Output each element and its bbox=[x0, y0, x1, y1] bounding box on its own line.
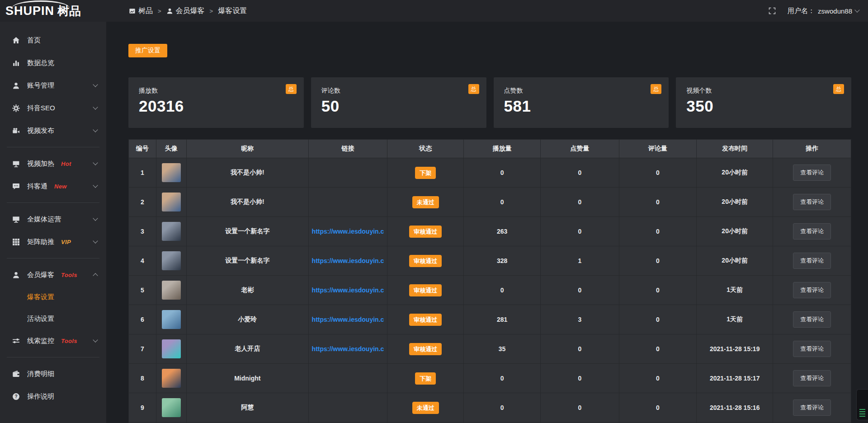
cell-likes: 0 bbox=[540, 158, 619, 188]
sidebar-item-account-management[interactable]: 账号管理 bbox=[0, 74, 106, 97]
sidebar-item-clue-monitor[interactable]: 线索监控Tools bbox=[0, 329, 106, 352]
status-badge: 审核通过 bbox=[409, 226, 442, 238]
cell-likes: 0 bbox=[540, 393, 619, 423]
promo-settings-button[interactable]: 推广设置 bbox=[128, 44, 167, 57]
cell-action: 查看评论 bbox=[773, 276, 851, 305]
cell-plays: 0 bbox=[464, 276, 540, 305]
view-comments-button[interactable]: 查看评论 bbox=[793, 282, 831, 298]
cell-id: 2 bbox=[129, 188, 156, 217]
cell-nickname: 老人开店 bbox=[186, 334, 308, 364]
cell-id: 1 bbox=[129, 158, 156, 188]
logo[interactable]: SHUPIN 树品 bbox=[0, 0, 106, 22]
cell-time: 1天前 bbox=[696, 276, 773, 305]
cell-id: 3 bbox=[129, 217, 156, 246]
topbar-right: 用户名：zswodun88 bbox=[769, 7, 859, 15]
help-icon: ? bbox=[12, 392, 20, 400]
grid-icon bbox=[12, 238, 20, 246]
sidebar-item-badge: Tools bbox=[61, 338, 77, 344]
video-link[interactable]: https://www.iesdouyin.c bbox=[312, 287, 384, 294]
sidebar-divider bbox=[7, 147, 99, 147]
sidebar-item-member-baoke[interactable]: 会员爆客Tools bbox=[0, 263, 106, 286]
sidebar-item-label: 会员爆客 bbox=[27, 271, 54, 279]
floating-widget[interactable] bbox=[856, 389, 868, 420]
sidebar-item-all-media-operation[interactable]: 全媒体运营 bbox=[0, 208, 106, 230]
cell-link: https://www.iesdouyin.c bbox=[308, 276, 387, 305]
cell-action: 查看评论 bbox=[773, 305, 851, 334]
sidebar-divider bbox=[7, 202, 99, 203]
camera-icon bbox=[12, 127, 20, 135]
user-icon bbox=[12, 81, 20, 89]
cell-id: 9 bbox=[129, 393, 156, 423]
sidebar-item-label: 视频加热 bbox=[27, 160, 54, 168]
username-label: 用户名： bbox=[788, 7, 815, 15]
cell-plays: 0 bbox=[464, 364, 540, 393]
view-comments-button[interactable]: 查看评论 bbox=[793, 400, 831, 416]
sidebar-item-operation-guide[interactable]: ?操作说明 bbox=[0, 385, 106, 408]
sidebar-item-data-overview[interactable]: 数据总览 bbox=[0, 52, 106, 74]
fullscreen-icon[interactable] bbox=[769, 7, 776, 14]
cell-link bbox=[308, 158, 387, 188]
sidebar-item-douyin-seo[interactable]: 抖音SEO bbox=[0, 97, 106, 119]
table-header-row: 编号头像昵称链接状态播放量点赞量评论量发布时间操作 bbox=[129, 140, 851, 158]
sidebar-item-activity-settings[interactable]: 活动设置 bbox=[0, 308, 106, 329]
status-badge: 未通过 bbox=[412, 196, 439, 208]
sidebar-item-matrix-boost[interactable]: 矩阵助推VIP bbox=[0, 230, 106, 253]
cell-status: 未通过 bbox=[387, 393, 464, 423]
view-comments-button[interactable]: 查看评论 bbox=[793, 223, 831, 240]
stat-label: 点赞数 bbox=[504, 87, 659, 95]
avatar bbox=[162, 339, 181, 358]
status-badge: 下架 bbox=[415, 167, 436, 179]
column-header-link: 链接 bbox=[308, 140, 387, 158]
sidebar-item-home[interactable]: 首页 bbox=[0, 29, 106, 52]
column-header-time: 发布时间 bbox=[696, 140, 773, 158]
table-row: 6小爱玲https://www.iesdouyin.c审核通过281301天前查… bbox=[129, 305, 851, 334]
video-link[interactable]: https://www.iesdouyin.c bbox=[312, 257, 384, 264]
sidebar-item-douketong[interactable]: 抖客通New bbox=[0, 175, 106, 197]
sidebar-item-consume-detail[interactable]: 消费明细 bbox=[0, 362, 106, 385]
cell-id: 7 bbox=[129, 334, 156, 364]
video-link[interactable]: https://www.iesdouyin.c bbox=[312, 316, 384, 323]
breadcrumb-item-member-baoke[interactable]: 会员爆客 bbox=[166, 6, 205, 16]
cell-avatar bbox=[156, 276, 186, 305]
cell-nickname: 设置一个新名字 bbox=[186, 217, 308, 246]
cell-action: 查看评论 bbox=[773, 158, 851, 188]
view-comments-button[interactable]: 查看评论 bbox=[793, 164, 831, 181]
chevron-down-icon bbox=[93, 183, 98, 188]
avatar bbox=[162, 281, 181, 300]
cell-link bbox=[308, 188, 387, 217]
view-comments-button[interactable]: 查看评论 bbox=[793, 253, 831, 269]
sidebar-item-label: 操作说明 bbox=[27, 392, 54, 401]
table-row: 3设置一个新名字https://www.iesdouyin.c审核通过26300… bbox=[129, 217, 851, 246]
table-row: 4设置一个新名字https://www.iesdouyin.c审核通过32810… bbox=[129, 246, 851, 276]
stat-label: 视频个数 bbox=[686, 87, 841, 95]
video-link[interactable]: https://www.iesdouyin.c bbox=[312, 345, 384, 352]
avatar bbox=[162, 193, 181, 212]
cell-time: 2021-11-28 15:17 bbox=[696, 364, 773, 393]
chart-icon bbox=[12, 59, 20, 67]
cell-status: 审核通过 bbox=[387, 217, 464, 246]
sidebar-item-video-publish[interactable]: 视频发布 bbox=[0, 119, 106, 142]
stat-card-plays: 播放数总20316 bbox=[128, 77, 304, 128]
username-menu[interactable]: 用户名：zswodun88 bbox=[788, 7, 859, 15]
sidebar-item-label: 线索监控 bbox=[27, 337, 54, 345]
total-badge: 总 bbox=[833, 84, 844, 94]
cell-comments: 0 bbox=[619, 305, 696, 334]
view-comments-button[interactable]: 查看评论 bbox=[793, 370, 831, 386]
chevron-down-icon bbox=[93, 238, 98, 243]
sidebar-item-baoke-settings[interactable]: 爆客设置 bbox=[0, 286, 106, 308]
cell-avatar bbox=[156, 305, 186, 334]
total-badge: 总 bbox=[468, 84, 479, 94]
breadcrumb-label: 树品 bbox=[138, 6, 153, 16]
cell-likes: 3 bbox=[540, 305, 619, 334]
stat-label: 评论数 bbox=[321, 87, 476, 95]
view-comments-button[interactable]: 查看评论 bbox=[793, 311, 831, 328]
view-comments-button[interactable]: 查看评论 bbox=[793, 194, 831, 210]
cell-comments: 0 bbox=[619, 334, 696, 364]
view-comments-button[interactable]: 查看评论 bbox=[793, 341, 831, 357]
cell-link bbox=[308, 364, 387, 393]
breadcrumb-item-shupin[interactable]: 树品 bbox=[129, 6, 153, 16]
sidebar-item-video-heating[interactable]: 视频加热Hot bbox=[0, 152, 106, 175]
video-link[interactable]: https://www.iesdouyin.c bbox=[312, 228, 384, 235]
column-header-comments: 评论量 bbox=[619, 140, 696, 158]
breadcrumb-item-baoke-settings[interactable]: 爆客设置 bbox=[218, 6, 247, 16]
